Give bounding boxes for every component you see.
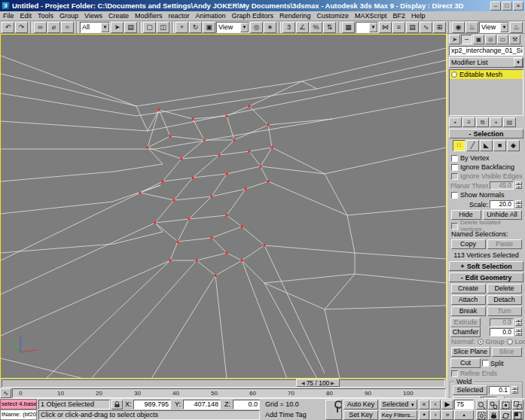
visibility-bulb-icon[interactable] [451,72,457,78]
render-scene-icon[interactable]: ♨ [465,22,478,33]
chevron-down-icon[interactable]: ▼ [500,23,508,32]
make-unique-icon[interactable]: ⧉ [476,117,489,127]
create-button[interactable]: Create [451,284,486,294]
next-frame-arrow-icon[interactable]: ▶ [331,380,334,385]
min-max-toggle-icon[interactable] [512,410,523,420]
maxscript-macro-line[interactable]: select 4.base [0,399,37,409]
key-filters-button[interactable]: Key Filters... [380,410,417,420]
align-icon[interactable]: ≡ [392,22,405,33]
face-mode-icon[interactable]: ◣ [480,140,493,151]
go-to-start-button[interactable]: « [419,400,429,409]
select-and-move-icon[interactable]: + [176,22,188,33]
percent-snap-icon[interactable]: % [310,22,322,33]
modifier-list-dropdown[interactable]: Modifier List ▼ [449,57,523,68]
soft-selection-rollout-header[interactable]: + Soft Selection [449,261,523,271]
scale-spinner[interactable]: ▴▾ [515,200,522,208]
menu-rendering[interactable]: Rendering [276,12,314,20]
current-frame-field[interactable]: 75 [454,400,474,409]
previous-frame-arrow-icon[interactable]: ◀ [301,380,305,385]
vertex-mode-icon[interactable]: ∷ [453,140,465,151]
menu-group[interactable]: Group [56,12,81,20]
select-and-rotate-icon[interactable]: ↻ [189,22,202,33]
detach-button[interactable]: Detach [487,295,522,305]
menu-views[interactable]: Views [81,12,105,20]
rectangular-selection-region-icon[interactable]: ▢ [143,22,156,33]
go-to-end-button[interactable]: » [441,410,453,420]
reference-coordinate-dropdown[interactable]: View▼ [216,22,249,33]
quick-render-icon[interactable]: ♨ [510,22,523,33]
stack-item-editable-mesh[interactable]: Editable Mesh [450,70,523,79]
tab-create[interactable]: ➤ [449,35,460,44]
selection-rollout-header[interactable]: - Selection [449,129,523,138]
slice-plane-button[interactable]: Slice Plane [451,347,490,357]
delete-button[interactable]: Delete [487,284,522,294]
edit-geometry-rollout-header[interactable]: - Edit Geometry [449,272,523,282]
menu-file[interactable]: File [0,12,17,20]
lock-selection-icon[interactable] [111,400,123,409]
track-bar-ruler[interactable]: 0102030405060708090100 [12,388,446,398]
select-object-icon[interactable]: ➤ [111,22,124,33]
x-coordinate-field[interactable]: 989.795 [133,400,171,409]
frame-spinner[interactable]: ▴ [454,410,474,420]
time-slider-track[interactable] [2,379,445,388]
pin-stack-icon[interactable]: ▪ [449,117,462,127]
select-and-manipulate-icon[interactable]: ∗ [264,22,276,33]
zoom-icon[interactable] [476,400,487,409]
show-end-result-icon[interactable]: ≡ [462,117,475,127]
tab-hierarchy[interactable]: ▣ [473,35,484,44]
weld-threshold-spinner[interactable]: ▴▾ [511,386,518,394]
region-zoom-icon[interactable] [476,410,487,420]
menu-bf2[interactable]: BF2 [390,12,409,20]
track-bar[interactable]: ∿ 0102030405060708090100 [0,388,447,398]
render-type-dropdown[interactable]: View▼ [479,22,509,33]
scale-field[interactable]: 20.0 [490,200,514,208]
material-editor-icon[interactable]: ◉ [452,22,465,33]
checkbox[interactable] [451,192,458,199]
use-pivot-center-icon[interactable]: ◎ [250,22,263,33]
chevron-down-icon[interactable]: ▼ [369,23,377,32]
window-crossing-icon[interactable]: ◫ [157,22,169,33]
show-normals-checkbox[interactable]: Show Normals [449,190,523,199]
element-mode-icon[interactable]: ◆ [507,140,520,151]
menu-help[interactable]: Help [408,12,429,20]
chamfer-spinner[interactable]: ▴▾ [515,328,522,336]
attach-button[interactable]: Attach [451,295,486,305]
set-keys-button[interactable] [325,400,342,420]
chamfer-button[interactable]: Chamfer [450,327,481,337]
menu-maxscript[interactable]: MAXScript [352,12,390,20]
bind-to-space-warp-icon[interactable]: ≈ [61,22,74,33]
chevron-down-icon[interactable]: ▼ [240,23,249,32]
selection-set-dropdown[interactable]: Selected ▼ [380,400,417,409]
menu-edit[interactable]: Edit [17,12,35,20]
spinner-down-icon[interactable]: ▾ [515,332,522,336]
edge-mode-icon[interactable]: ╱ [466,140,479,151]
tab-modify[interactable]: ∽ [461,35,472,44]
z-coordinate-field[interactable]: 0.0 [233,400,260,409]
chamfer-field[interactable]: 0.0 [490,328,514,336]
schematic-view-icon[interactable]: ⊞ [433,22,446,33]
angle-snap-icon[interactable]: ∠ [296,22,309,33]
play-button[interactable]: ▶ [441,400,453,409]
menu-customize[interactable]: Customize [314,12,353,20]
undo-icon[interactable]: ↶ [2,22,14,33]
pan-hand-icon[interactable] [488,410,499,420]
checkbox[interactable] [451,164,458,171]
chevron-down-icon[interactable]: ▼ [101,23,109,32]
tab-motion[interactable]: ◎ [485,35,496,44]
menu-tools[interactable]: Tools [35,12,56,20]
ignore-backfacing-checkbox[interactable]: Ignore Backfacing [449,163,523,172]
next-frame-button[interactable]: › [430,410,441,420]
y-coordinate-field[interactable]: 407.148 [183,400,221,409]
time-slider[interactable]: ◀ 75 / 100 ▶ [0,379,447,388]
close-button[interactable]: × [513,2,523,11]
tab-display[interactable]: ▭ [497,35,508,44]
cut-button[interactable]: Cut [450,358,481,368]
configure-modifier-sets-icon[interactable]: ▤ [503,117,516,127]
tab-utilities[interactable]: ⚒ [509,35,520,44]
maxscript-listener-line[interactable]: tName: (bf20b [0,409,37,420]
select-and-scale-icon[interactable]: ▣ [203,22,215,33]
previous-frame-button[interactable]: ‹ [430,400,441,409]
menu-modifiers[interactable]: Modifiers [132,12,166,20]
checkbox[interactable] [451,155,458,162]
zoom-extents-all-icon[interactable] [512,400,523,409]
